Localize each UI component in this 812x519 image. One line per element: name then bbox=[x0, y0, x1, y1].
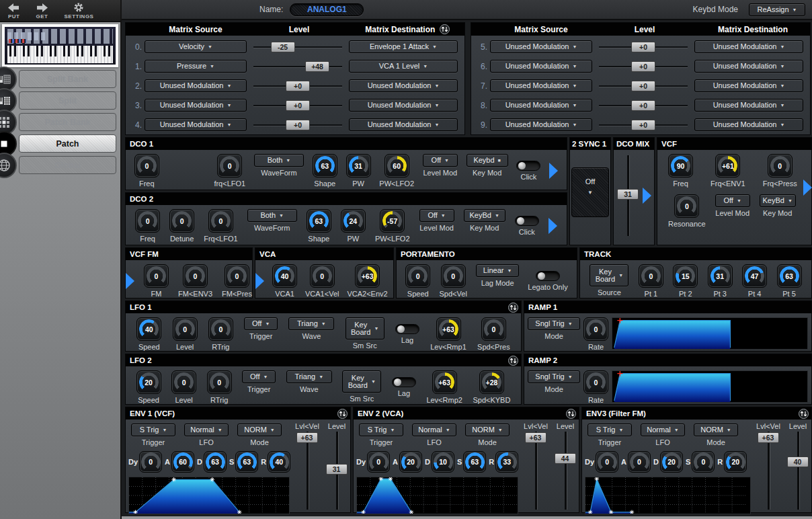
lfo2-speed[interactable]: 20 bbox=[136, 370, 161, 394]
vslider-handle[interactable]: 31 bbox=[617, 189, 639, 200]
slider-handle[interactable]: +0 bbox=[286, 120, 310, 130]
dco2-level-mod-dropdown[interactable]: Off▼ bbox=[419, 209, 454, 222]
slider-handle[interactable]: -25 bbox=[271, 42, 295, 52]
vcf-resonance[interactable]: 0 bbox=[674, 194, 699, 218]
dco1-pw-lfo2[interactable]: 60 bbox=[384, 154, 409, 177]
lfo2-trigger-dropdown[interactable]: Off▼ bbox=[242, 370, 276, 383]
sync-dropdown[interactable]: Off▼ bbox=[571, 167, 609, 217]
vslider-handle[interactable]: +63 bbox=[296, 432, 318, 443]
matrix-destination-dropdown[interactable]: VCA 1 Level▼ bbox=[349, 60, 458, 73]
put-button[interactable]: PUT bbox=[8, 3, 20, 19]
slider-handle[interactable]: +0 bbox=[286, 81, 310, 91]
lfo1-trigger-dropdown[interactable]: Off▼ bbox=[244, 317, 278, 330]
dco1-frq-lfo1[interactable]: 0 bbox=[217, 154, 242, 177]
dcomix-vslider[interactable]: 31 bbox=[627, 155, 629, 236]
matrix-level-slider[interactable]: +0 bbox=[599, 38, 688, 56]
lfo1-speed[interactable]: 40 bbox=[136, 317, 161, 341]
vslider-handle[interactable]: +63 bbox=[758, 432, 779, 443]
matrix-source-dropdown[interactable]: Pressure▼ bbox=[145, 60, 247, 73]
matrix-source-dropdown[interactable]: Unused Modulation▼ bbox=[490, 60, 592, 73]
ramp1-rate[interactable]: 0 bbox=[583, 317, 608, 341]
env2-mode-dropdown[interactable]: NORM▼ bbox=[465, 424, 510, 436]
dco1-level-mod-dropdown[interactable]: Off▼ bbox=[423, 154, 458, 167]
slider-handle[interactable]: +48 bbox=[305, 61, 329, 72]
track-source-dropdown[interactable]: Key Board▼ bbox=[590, 264, 628, 286]
slider-handle[interactable]: +0 bbox=[631, 81, 655, 91]
env1-a[interactable]: 60 bbox=[171, 451, 194, 473]
patch-button[interactable]: Patch bbox=[19, 134, 116, 153]
porta-speed[interactable]: 0 bbox=[405, 264, 430, 288]
matrix-destination-dropdown[interactable]: Unused Modulation▼ bbox=[349, 118, 458, 131]
matrix-destination-dropdown[interactable]: Unused Modulation▼ bbox=[694, 99, 803, 112]
vcffm-fm-pres[interactable]: 0 bbox=[225, 264, 249, 288]
env3-mode-dropdown[interactable]: NORM▼ bbox=[694, 424, 738, 436]
vslider-handle[interactable]: +63 bbox=[525, 432, 546, 443]
porta-legato-switch[interactable] bbox=[536, 271, 560, 281]
dco2-pw[interactable]: 24 bbox=[341, 209, 366, 233]
env2-lvlvel-vslider[interactable]: +63 bbox=[535, 432, 537, 510]
lfo2-sm-src-dropdown[interactable]: Key Board▼ bbox=[342, 370, 381, 393]
patch-bank-button[interactable]: Patch Bank bbox=[19, 113, 116, 131]
env3-a[interactable]: 0 bbox=[628, 451, 651, 473]
vslider-handle[interactable]: 44 bbox=[555, 453, 576, 464]
lfo2-lag-switch[interactable] bbox=[392, 377, 416, 387]
env2-r[interactable]: 33 bbox=[495, 451, 518, 473]
vcf-frq-env1[interactable]: +61 bbox=[715, 154, 740, 177]
env2-d[interactable]: 10 bbox=[432, 451, 454, 473]
track-pt4[interactable]: 47 bbox=[742, 264, 767, 288]
vcf-frq-press[interactable]: 0 bbox=[768, 154, 793, 177]
matrix-level-slider[interactable]: +48 bbox=[253, 58, 342, 75]
env3-s[interactable]: 0 bbox=[692, 451, 715, 473]
env3-lfo-dropdown[interactable]: Normal▼ bbox=[641, 424, 685, 436]
vcf-freq[interactable]: 90 bbox=[668, 154, 693, 177]
split-button[interactable]: Split bbox=[19, 91, 116, 110]
lfo2-level[interactable]: 0 bbox=[171, 370, 196, 394]
matrix-destination-dropdown[interactable]: Unused Modulation▼ bbox=[694, 40, 803, 53]
env2-lfo-dropdown[interactable]: Normal▼ bbox=[412, 424, 456, 436]
env2-s[interactable]: 63 bbox=[463, 451, 486, 473]
matrix-level-slider[interactable]: +0 bbox=[599, 77, 688, 95]
matrix-destination-dropdown[interactable]: Unused Modulation▼ bbox=[694, 79, 803, 92]
dco1-click-switch[interactable] bbox=[516, 161, 540, 171]
dco2-freq[interactable]: 0 bbox=[135, 209, 160, 233]
sort-icon[interactable] bbox=[337, 409, 348, 420]
dco2-key-mod-dropdown[interactable]: KeyBd▼ bbox=[464, 209, 505, 222]
track-pt2[interactable]: 15 bbox=[673, 264, 698, 288]
dco1-waveform-dropdown[interactable]: Both▼ bbox=[254, 154, 304, 167]
env1-dy[interactable]: 0 bbox=[139, 451, 162, 473]
lfo1-lev-rmp1[interactable]: +63 bbox=[436, 317, 461, 341]
global-button[interactable]: Global bbox=[19, 156, 116, 174]
matrix-source-dropdown[interactable]: Unused Modulation▼ bbox=[490, 40, 592, 53]
matrix-source-dropdown[interactable]: Unused Modulation▼ bbox=[490, 99, 592, 112]
vca1-vel[interactable]: 0 bbox=[310, 264, 335, 288]
keybd-mode-dropdown[interactable]: ReAssign▼ bbox=[749, 3, 805, 16]
matrix-destination-dropdown[interactable]: Unused Modulation▼ bbox=[349, 99, 458, 112]
track-pt5[interactable]: 63 bbox=[777, 264, 802, 288]
lfo2-spd-kybd[interactable]: +28 bbox=[479, 370, 504, 394]
env3-trigger-dropdown[interactable]: S Trig▼ bbox=[587, 424, 632, 436]
matrix-destination-dropdown[interactable]: Unused Modulation▼ bbox=[694, 118, 803, 131]
env1-mode-dropdown[interactable]: NORM▼ bbox=[237, 424, 282, 436]
lfo1-spd-pres[interactable]: 0 bbox=[481, 317, 506, 341]
vcf-level-mod-dropdown[interactable]: Off▼ bbox=[715, 194, 750, 207]
sort-icon[interactable] bbox=[440, 24, 450, 34]
env2-trigger-dropdown[interactable]: S Trig▼ bbox=[359, 424, 403, 436]
slider-handle[interactable]: +0 bbox=[631, 100, 655, 111]
matrix-source-dropdown[interactable]: Unused Modulation▼ bbox=[490, 79, 592, 92]
split-bank-button[interactable]: Split Bank bbox=[19, 70, 116, 88]
dco1-key-mod-dropdown[interactable]: Keybd■ bbox=[466, 154, 508, 167]
lfo1-lag-switch[interactable] bbox=[395, 324, 419, 334]
env3-lvlvel-vslider[interactable]: +63 bbox=[768, 432, 770, 510]
env3-level-vslider[interactable]: 40 bbox=[797, 432, 799, 510]
slider-handle[interactable]: +0 bbox=[631, 120, 655, 130]
env1-d[interactable]: 63 bbox=[204, 451, 227, 473]
env2-level-vslider[interactable]: 44 bbox=[565, 432, 567, 510]
settings-button[interactable]: SETTINGS bbox=[64, 2, 93, 19]
matrix-level-slider[interactable]: +0 bbox=[253, 116, 342, 134]
dco2-frq-lfo1[interactable]: 0 bbox=[208, 209, 233, 233]
slider-handle[interactable]: +0 bbox=[631, 42, 655, 52]
lfo2-wave-dropdown[interactable]: Triang▼ bbox=[286, 370, 332, 383]
env3-dy[interactable]: 0 bbox=[596, 451, 618, 473]
sort-icon[interactable] bbox=[508, 356, 518, 367]
matrix-level-slider[interactable]: +0 bbox=[599, 58, 688, 75]
